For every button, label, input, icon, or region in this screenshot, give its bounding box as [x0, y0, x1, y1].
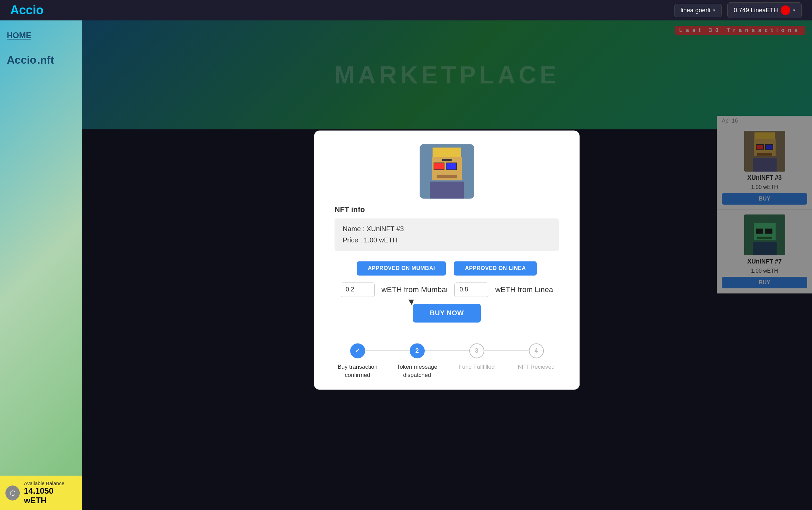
- modal-top-section: NFT info Name : XUniNFT #3 Price : 1.00 …: [314, 130, 580, 333]
- step-1-label: Buy transaction confirmed: [330, 363, 385, 379]
- nav-right: linea goerli ▾ 0.749 LineaETH ▾: [674, 2, 802, 18]
- step-3-circle: 3: [469, 343, 484, 358]
- buy-now-button[interactable]: BUY NOW: [413, 304, 481, 322]
- balance-label: 0.749 LineaETH: [734, 7, 778, 14]
- balance-label: Available Balance: [24, 480, 76, 486]
- top-navigation: Accio linea goerli ▾ 0.749 LineaETH ▾: [0, 0, 812, 20]
- svg-rect-18: [442, 159, 452, 161]
- balance-chevron: ▾: [793, 7, 795, 13]
- nft-info-title: NFT info: [335, 205, 559, 214]
- network-label: linea goerli: [681, 7, 710, 14]
- balance-button[interactable]: 0.749 LineaETH ▾: [727, 2, 802, 18]
- step-2: 2 Token message dispatched: [387, 343, 447, 379]
- sidebar: HOME Accio .nft MY NFT ⬡ Available Balan…: [0, 20, 82, 510]
- eth-icon: [781, 5, 790, 15]
- sidebar-logo: Accio .nft: [7, 54, 75, 66]
- step-4-circle: 4: [529, 343, 544, 358]
- balance-icon: ⬡: [5, 485, 20, 500]
- network-chevron: ▾: [713, 7, 715, 13]
- linea-amount-input[interactable]: [454, 282, 488, 297]
- network-selector[interactable]: linea goerli ▾: [674, 4, 722, 17]
- sidebar-item-home[interactable]: HOME: [7, 31, 75, 40]
- nft-name-row: Name : XUniNFT #3: [343, 225, 551, 233]
- balance-amount: 14.1050 wETH: [24, 486, 76, 505]
- nft-info-section: NFT info Name : XUniNFT #3 Price : 1.00 …: [335, 205, 559, 251]
- step-3-label: Fund Fullfilled: [459, 363, 495, 371]
- approval-buttons: APPROVED ON MUMBAI APPROVED ON LINEA: [357, 261, 537, 275]
- nft-info-box: Name : XUniNFT #3 Price : 1.00 wETH: [335, 218, 559, 251]
- step-3: 3 Fund Fullfilled: [447, 343, 506, 371]
- step-4: 4 NFT Recieved: [506, 343, 566, 371]
- approve-linea-button[interactable]: APPROVED ON LINEA: [454, 261, 537, 275]
- modal-nft-image: [420, 144, 474, 198]
- content-area: MARKETPLACE Last 30 Transactions Apr 16: [82, 20, 812, 510]
- step-1: ✓ Buy transaction confirmed: [328, 343, 387, 379]
- step-2-number: 2: [415, 347, 419, 354]
- main-layout: HOME Accio .nft MY NFT ⬡ Available Balan…: [0, 20, 812, 510]
- approve-mumbai-button[interactable]: APPROVED ON MUMBAI: [357, 261, 446, 275]
- svg-rect-19: [437, 175, 457, 178]
- step-2-label: Token message dispatched: [390, 363, 444, 379]
- nft-price-row: Price : 1.00 wETH: [343, 236, 551, 244]
- mumbai-amount-input[interactable]: [341, 282, 375, 297]
- progress-steps: ✓ Buy transaction confirmed 2 Token mess…: [328, 343, 566, 379]
- app-logo: Accio: [10, 3, 44, 17]
- step-3-number: 3: [475, 347, 478, 354]
- progress-section: ✓ Buy transaction confirmed 2 Token mess…: [314, 333, 580, 389]
- svg-rect-20: [430, 181, 464, 198]
- check-icon: ✓: [355, 347, 360, 354]
- step-1-circle: ✓: [350, 343, 365, 358]
- step-2-circle: 2: [410, 343, 425, 358]
- logo-suffix: .nft: [37, 54, 54, 66]
- step-4-number: 4: [534, 347, 538, 354]
- step-4-label: NFT Recieved: [518, 363, 554, 371]
- svg-rect-17: [446, 163, 456, 170]
- buy-modal: NFT info Name : XUniNFT #3 Price : 1.00 …: [314, 130, 580, 389]
- svg-rect-16: [434, 163, 444, 170]
- split-input-row: wETH from Mumbai wETH from Linea: [341, 282, 553, 297]
- logo-accent: Accio: [7, 54, 36, 66]
- balance-info: Available Balance 14.1050 wETH: [24, 480, 76, 505]
- balance-widget: ⬡ Available Balance 14.1050 wETH: [0, 476, 82, 510]
- linea-split-label: wETH from Linea: [495, 285, 553, 294]
- mumbai-split-label: wETH from Mumbai: [381, 285, 448, 294]
